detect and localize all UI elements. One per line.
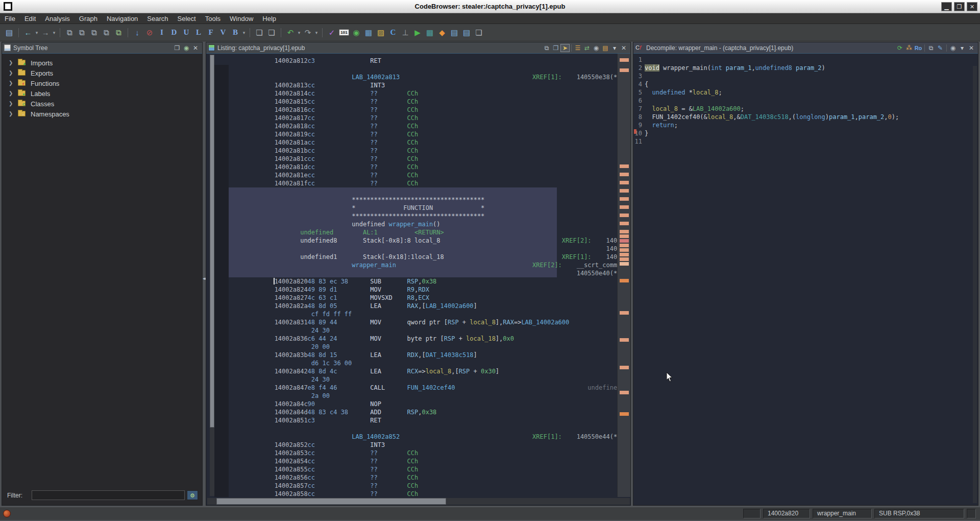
listing-field[interactable]: RCX xyxy=(407,368,419,375)
menu-edit[interactable]: Edit xyxy=(20,14,40,23)
listing-row[interactable]: undefinedwrapper_main() xyxy=(206,220,630,228)
listing-field[interactable]: CCh xyxy=(407,98,419,105)
listing-row[interactable] xyxy=(206,424,630,433)
listing-field[interactable]: ?? xyxy=(370,114,377,122)
listing-field[interactable]: c6 44 24 xyxy=(308,335,337,342)
listing-field[interactable]: CCh xyxy=(407,449,419,457)
decompile-token[interactable]: void xyxy=(645,64,659,72)
listing-field[interactable]: CCh xyxy=(407,139,419,146)
navigation-marker[interactable] xyxy=(620,412,629,416)
listing-field[interactable]: R8 xyxy=(407,294,414,301)
listing-field[interactable]: cf fd ff ff xyxy=(311,311,352,318)
listing-field[interactable]: 14002a81e xyxy=(275,172,308,179)
refresh-icon[interactable]: ⟳ xyxy=(895,44,904,52)
listing-field[interactable]: ], xyxy=(496,319,503,326)
listing-field[interactable]: 48 8d 15 xyxy=(308,351,337,359)
decompile-token[interactable]: ); xyxy=(892,113,899,121)
listing-field[interactable]: qword ptr [ xyxy=(407,319,448,326)
run-script-icon[interactable]: ▶ xyxy=(412,27,423,38)
navigation-marker[interactable] xyxy=(620,311,629,315)
listing-field[interactable]: ?? xyxy=(370,458,377,465)
listing-row[interactable]: 24 30 xyxy=(206,375,630,384)
listing-field[interactable]: 14002a83b xyxy=(275,351,308,359)
listing-horizontal-scrollbar-thumb[interactable] xyxy=(216,498,446,505)
listing-field[interactable]: RSP xyxy=(459,368,470,375)
listing-field[interactable]: 14002a81c xyxy=(275,155,308,162)
back-icon[interactable]: ← xyxy=(22,27,34,38)
nav-bookmark-icon[interactable]: B xyxy=(230,27,241,38)
listing-row[interactable]: 14002a813ccINT3 xyxy=(206,81,630,89)
decompile-token[interactable]: param_1 xyxy=(829,113,855,121)
listing-row[interactable]: 14002a818cc??CCh xyxy=(206,122,630,130)
diamond-icon[interactable]: ◆ xyxy=(436,27,448,38)
decompile-line[interactable]: 4{ xyxy=(633,80,978,88)
listing-field[interactable]: 14002a84c xyxy=(275,400,308,408)
diff-view-icon[interactable]: ⇄ xyxy=(582,44,592,52)
navigation-marker[interactable] xyxy=(620,58,629,62)
decompile-line[interactable]: 1 xyxy=(633,56,978,64)
listing-field[interactable]: 14002a847 xyxy=(275,384,308,391)
decompile-token[interactable]: longlong xyxy=(796,113,825,121)
listing-field[interactable]: 14002a856 xyxy=(275,474,308,481)
copy-bytes-icon[interactable]: ⧉ xyxy=(101,27,112,38)
listing-field[interactable]: cc xyxy=(308,147,315,154)
listing-row[interactable]: 24 30 xyxy=(206,326,630,335)
decompile-token[interactable]: = xyxy=(681,105,685,112)
listing-row[interactable]: 14002a819cc??CCh xyxy=(206,130,630,138)
listing-row[interactable]: LAB_14002a852XREF[1]:140550e44(* xyxy=(206,433,630,441)
listing-row[interactable]: 14002a83b48 8d 15LEARDX,[DAT_14038c518] xyxy=(206,351,630,359)
listing-field[interactable]: ?? xyxy=(370,474,377,481)
navigation-marker[interactable] xyxy=(620,164,629,168)
snapshot-camera-icon[interactable]: ◉ xyxy=(182,44,191,52)
listing-field[interactable]: XREF[2]: xyxy=(532,262,562,269)
listing-field[interactable]: cc xyxy=(308,458,315,465)
sidebar-item-namespaces[interactable]: ❯▫Namespaces xyxy=(2,109,202,119)
decompile-token[interactable]: ,( xyxy=(789,113,796,121)
listing-field[interactable]: ?? xyxy=(370,123,377,130)
listing-field[interactable]: 0x38 xyxy=(422,409,436,416)
listing-field[interactable]: 14002a84d xyxy=(275,409,308,416)
listing-field[interactable]: () xyxy=(433,221,440,228)
readonly-ro-label[interactable]: Ro xyxy=(914,44,923,52)
copy-comments-icon[interactable]: ⧉ xyxy=(88,27,100,38)
listing-field[interactable]: 14002a853 xyxy=(275,449,308,457)
symbol-tree-header[interactable]: Symbol Tree ❐◉✕ xyxy=(2,42,202,54)
undo-icon[interactable]: ↶ xyxy=(285,27,296,38)
decompile-token[interactable]: ,& xyxy=(733,113,740,121)
chevron-right-icon[interactable]: ❯ xyxy=(9,101,13,106)
listing-field[interactable]: RAX xyxy=(503,319,514,326)
listing-row[interactable]: 14002a82a48 8d 05LEARAX,[LAB_14002a600] xyxy=(206,302,630,310)
listing-row[interactable] xyxy=(206,187,630,196)
listing-field[interactable]: 14002a81b xyxy=(275,147,308,154)
listing-field[interactable]: LEA xyxy=(370,351,381,359)
listing-row[interactable]: 14002a82449 89 d1MOVR9,RDX xyxy=(206,286,630,294)
save-icon[interactable]: ▤ xyxy=(4,27,15,38)
data-type-manager-icon[interactable]: ▨ xyxy=(375,27,386,38)
listing-field[interactable]: cc xyxy=(308,163,315,171)
listing-field[interactable]: CCh xyxy=(407,466,419,473)
listing-field[interactable]: __scrt_comm xyxy=(577,262,617,269)
listing-field[interactable]: local_18 xyxy=(414,253,444,260)
listing-field[interactable]: ,[ xyxy=(451,368,458,375)
decompile-token[interactable]: param_1 xyxy=(726,64,752,72)
listing-field[interactable]: 14002a851 xyxy=(275,417,308,424)
memory-map-icon[interactable]: ▦ xyxy=(363,27,374,38)
decompile-token[interactable]: param_2 xyxy=(859,113,885,121)
decompile-line[interactable]: 7local_8=&LAB_14002a600; xyxy=(633,105,978,113)
sidebar-item-exports[interactable]: ❯Exports xyxy=(2,68,202,78)
dropdown-arrow-icon[interactable]: ▾ xyxy=(610,44,619,52)
menu-search[interactable]: Search xyxy=(142,14,173,23)
dropdown-arrow-icon[interactable]: ▾ xyxy=(241,30,247,35)
decompile-line[interactable]: 3 xyxy=(633,72,978,80)
sidebar-item-functions[interactable]: ❯fFunctions xyxy=(2,78,202,88)
navigation-marker[interactable] xyxy=(620,68,629,72)
decompile-token[interactable]: FUN_1402cef40 xyxy=(652,113,700,121)
listing-field[interactable]: cc xyxy=(308,114,315,122)
listing-field[interactable]: 14002a81a xyxy=(275,139,308,146)
listing-row[interactable]: undefinedAL:1<RETURN> xyxy=(206,228,630,236)
chevron-right-icon[interactable]: ❯ xyxy=(9,70,13,76)
clipboard-icon[interactable]: ❏ xyxy=(473,27,484,38)
listing-field[interactable]: CCh xyxy=(407,123,419,130)
listing-field[interactable]: SUB xyxy=(370,278,381,285)
listing-row[interactable]: 14002a82048 83 ec 38SUBRSP,0x38 xyxy=(206,277,630,286)
